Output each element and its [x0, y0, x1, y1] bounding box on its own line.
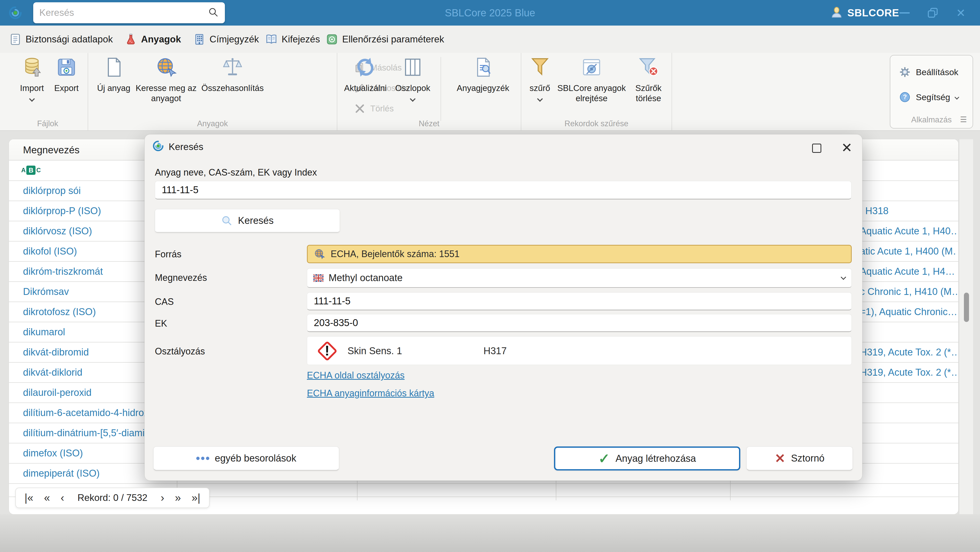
help-icon: ? [899, 91, 911, 103]
tab-safety-data-sheets[interactable]: Biztonsági adatlapok [9, 25, 113, 53]
user-icon [830, 6, 843, 20]
record-pager: |« « ‹ Rekord: 0 / 7532 › » »| [15, 488, 210, 508]
ribbon-group-application: Beállítások ? Segítség Alkalmazás ☰ [890, 55, 973, 129]
prev-record-button[interactable]: ‹ [60, 492, 64, 504]
text-filter-icon[interactable]: ABC [21, 165, 41, 175]
main-tab-bar: Biztonsági adatlapok Anyagok Címjegyzék … [0, 25, 980, 53]
scrollbar-thumb[interactable] [964, 293, 969, 322]
tab-label: Anyagok [141, 34, 181, 45]
ghs-exclamation-pictogram-icon: ! [317, 340, 338, 362]
filter-button[interactable]: szűrő [525, 56, 555, 101]
globe-search-icon [155, 56, 177, 80]
create-substance-button[interactable]: ✓ Anyag létrehozása [554, 447, 740, 471]
refresh-button[interactable]: Aktualizálni [342, 56, 388, 93]
cas-input[interactable]: 111-11-5 [307, 292, 852, 310]
ec-input[interactable]: 203-835-0 [307, 314, 852, 332]
tab-label: Ellenőrzési paraméterek [342, 34, 444, 45]
close-button[interactable]: ✕ [951, 0, 971, 25]
ribbon-group-files: Import Export Fájlok [8, 53, 88, 130]
tab-address-book[interactable]: Címjegyzék [193, 25, 259, 53]
window-title: SBLCore 2025 Blue [445, 7, 535, 19]
ribbon: Import Export Fájlok Új anyag Keresse me… [0, 53, 980, 131]
substance-search-input[interactable]: 111-11-5 [155, 181, 851, 199]
fast-next-button[interactable]: » [175, 492, 181, 504]
substance-name-dropdown[interactable]: Methyl octanoate [307, 268, 852, 288]
cancel-button[interactable]: ✕ Sztornó [746, 447, 853, 471]
group-label-substances: Anyagok [88, 119, 337, 128]
tab-phrases[interactable]: Kifejezés [265, 25, 320, 53]
new-page-icon [103, 56, 124, 80]
other-classifications-button[interactable]: egyéb besorolások [153, 447, 339, 471]
minimize-button[interactable] [894, 0, 915, 25]
svg-text:?: ? [903, 93, 907, 100]
find-substance-button[interactable]: Keresse meg az anyagot [135, 56, 197, 104]
chevron-down-icon[interactable] [410, 96, 416, 102]
new-substance-button[interactable]: Új anyag [95, 56, 133, 93]
record-counter: Rekord: 0 / 7532 [78, 492, 148, 503]
dialog-logo-icon [152, 140, 165, 152]
gear-icon [899, 66, 911, 78]
group-label-view: Nézet [337, 119, 521, 128]
last-record-button[interactable]: »| [192, 492, 200, 504]
first-record-button[interactable]: |« [24, 492, 33, 504]
ribbon-group-substances: Új anyag Keresse meg az anyagot Összehas… [88, 53, 337, 130]
columns-icon [402, 56, 423, 80]
clear-filters-button[interactable]: Szűrők törlése [628, 56, 668, 104]
search-icon[interactable] [208, 7, 219, 19]
document-icon [9, 33, 21, 46]
dialog-close-button[interactable]: ✕ [841, 140, 853, 155]
search-icon [221, 215, 233, 227]
fast-prev-button[interactable]: « [44, 492, 50, 504]
substance-search-label: Anyag neve, CAS-szám, EK vagy Index [155, 167, 317, 178]
export-button[interactable]: Export [50, 56, 83, 93]
book-icon [265, 33, 277, 46]
group-label-record-filtering: Rekordok szűrése [521, 119, 671, 128]
echa-infocard-link[interactable]: ECHA anyaginformációs kártya [307, 388, 434, 399]
chevron-down-icon[interactable] [537, 96, 543, 102]
ellipsis-icon [196, 457, 209, 460]
ribbon-group-view: Aktualizálni Oszlopok Anyagjegyzék Nézet [337, 53, 521, 130]
source-label: Forrás [155, 249, 181, 260]
table-scrollbar[interactable] [959, 139, 973, 514]
account-name: SBLCORE [847, 7, 899, 19]
title-bar: SBLCore 2025 Blue SBLCORE ✕ [0, 0, 980, 25]
next-record-button[interactable]: › [161, 492, 164, 504]
hazard-code: H317 [484, 337, 507, 365]
restore-button[interactable] [923, 0, 943, 25]
tab-label: Címjegyzék [210, 34, 259, 45]
settings-button[interactable]: Beállítások [899, 66, 958, 78]
account-area[interactable]: SBLCORE [830, 0, 899, 25]
source-field[interactable]: ECHA, Bejelentők száma: 1551 [307, 245, 852, 263]
floppy-export-icon [56, 56, 77, 80]
group-label-files: Fájlok [8, 119, 88, 128]
dialog-search-button[interactable]: Keresés [155, 209, 340, 232]
substance-list-button[interactable]: Anyagjegyzék [450, 56, 516, 93]
red-x-icon: ✕ [775, 451, 786, 466]
chevron-down-icon[interactable] [841, 274, 846, 280]
echa-classification-link[interactable]: ECHA oldal osztályozás [307, 370, 404, 381]
column-header-name[interactable]: Megnevezés [23, 139, 80, 161]
app-logo-icon [8, 5, 23, 21]
help-button[interactable]: ? Segítség [899, 91, 959, 103]
funnel-clear-icon [638, 56, 659, 80]
compare-button[interactable]: Összehasonlítás [198, 56, 267, 93]
global-search-box[interactable] [33, 2, 225, 23]
classification-panel: ! Skin Sens. 1 H317 [307, 336, 852, 365]
tab-check-parameters[interactable]: Ellenőrzési paraméterek [326, 25, 444, 53]
ribbon-group-record-filtering: szűrő SBLCore anyagok elrejtése Szűrők t… [521, 53, 672, 130]
tab-label: Kifejezés [282, 34, 320, 45]
dialog-maximize-button[interactable] [812, 144, 821, 153]
import-button[interactable]: Import [15, 56, 49, 101]
tab-substances[interactable]: Anyagok [125, 25, 181, 53]
group-menu-icon[interactable]: ☰ [960, 115, 966, 124]
chevron-down-icon[interactable] [955, 95, 959, 99]
hide-sblcore-substances-button[interactable]: SBLCore anyagok elrejtése [557, 56, 626, 104]
global-search-input[interactable] [39, 7, 208, 18]
uk-flag-icon [313, 274, 323, 282]
chevron-down-icon[interactable] [29, 96, 35, 102]
hide-eye-icon [581, 56, 602, 80]
dialog-title: Keresés [169, 142, 204, 152]
columns-button[interactable]: Oszlopok [391, 56, 434, 101]
target-icon [326, 33, 338, 46]
status-strip [0, 514, 980, 552]
